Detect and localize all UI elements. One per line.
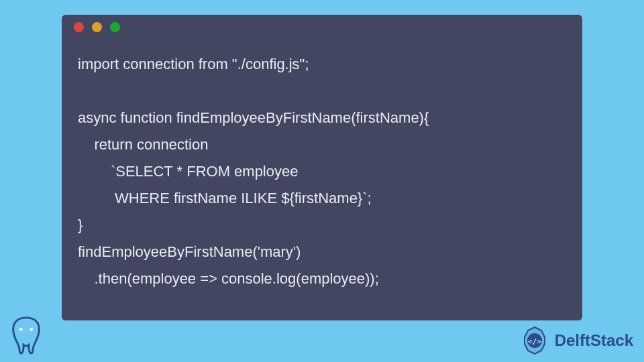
minimize-icon[interactable] (92, 22, 102, 32)
maximize-icon[interactable] (110, 22, 120, 32)
close-icon[interactable] (74, 22, 84, 32)
svg-text:</>: </> (528, 337, 541, 346)
code-window: import connection from "./config.js"; as… (62, 15, 582, 320)
postgresql-logo-icon (5, 315, 47, 357)
delftstack-branding: </> DelftStack (519, 324, 633, 357)
window-titlebar (62, 15, 582, 39)
svg-point-0 (19, 328, 23, 331)
delftstack-logo-icon: </> (519, 324, 551, 357)
svg-point-1 (30, 328, 33, 331)
delftstack-label: DelftStack (555, 331, 633, 350)
code-block: import connection from "./config.js"; as… (62, 39, 582, 292)
